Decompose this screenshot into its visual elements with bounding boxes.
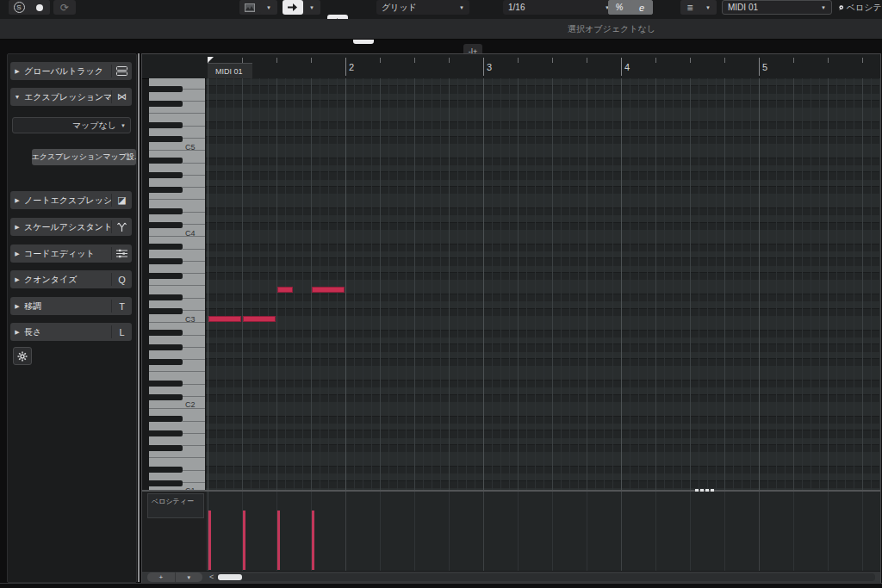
e-panel-icon: e bbox=[639, 3, 644, 13]
lane-select-button[interactable]: ▼ bbox=[176, 573, 203, 582]
velocity-gridline bbox=[552, 492, 553, 571]
piano-key-black[interactable] bbox=[149, 208, 183, 214]
midi-note[interactable] bbox=[312, 287, 345, 293]
piano-key-black[interactable] bbox=[149, 344, 183, 350]
part-select-value: MIDI 01 bbox=[728, 3, 758, 12]
piano-key-black[interactable] bbox=[149, 294, 183, 300]
white-key-separator bbox=[183, 433, 205, 434]
sidebar-section-4[interactable]: ▶スケールアシスタント bbox=[10, 218, 132, 236]
sixteenth-gridline bbox=[259, 78, 260, 490]
diag-icon: ◪ bbox=[111, 194, 132, 207]
piano-key-black[interactable] bbox=[149, 467, 183, 473]
piano-key-black[interactable] bbox=[149, 359, 183, 365]
white-key-separator bbox=[183, 261, 205, 262]
piano-key-black[interactable] bbox=[149, 308, 183, 314]
beat-gridline bbox=[587, 78, 587, 490]
velocity-bar[interactable] bbox=[312, 511, 314, 570]
scroll-left-arrow[interactable]: < bbox=[209, 573, 214, 581]
beat-tick bbox=[552, 58, 553, 63]
sidebar-section-7[interactable]: ▶移調T bbox=[10, 297, 132, 315]
piano-key-black[interactable] bbox=[149, 430, 183, 436]
velocity-gridline bbox=[483, 492, 484, 571]
panel-splitter[interactable] bbox=[138, 53, 140, 582]
midi-note[interactable] bbox=[277, 287, 294, 293]
toolbar: S ⟳ ▼ bbox=[0, 0, 882, 20]
part-name-tab[interactable]: MIDI 01 bbox=[208, 63, 252, 78]
velocity-lane[interactable] bbox=[206, 492, 880, 571]
color-by-label: ベロシティ bbox=[847, 2, 882, 14]
record-button[interactable] bbox=[29, 0, 50, 15]
piano-key-black[interactable] bbox=[149, 122, 183, 128]
autoscroll-button[interactable] bbox=[283, 0, 303, 15]
piano-key-black[interactable] bbox=[149, 222, 183, 228]
sidebar-section-label: コードエディット bbox=[24, 248, 111, 260]
sidebar-section-2[interactable]: ▼エクスプレッションマップ⋈ bbox=[10, 88, 132, 106]
beat-tick bbox=[655, 58, 656, 63]
quantize-preset-dropdown[interactable]: 1/16 ▼ bbox=[503, 0, 615, 15]
color-by-group[interactable]: ベロシティ bbox=[839, 0, 882, 15]
piano-key-black[interactable] bbox=[149, 172, 183, 178]
event-colors-caret-button[interactable]: ▼ bbox=[260, 0, 277, 15]
piano-keyboard[interactable]: C5C4C3C2C1 bbox=[149, 78, 205, 490]
piano-key-black[interactable] bbox=[149, 381, 183, 387]
chevron-right-icon: ▶ bbox=[10, 276, 24, 283]
sidebar-section-8[interactable]: ▶長さL bbox=[10, 323, 132, 341]
horizontal-scrollbar[interactable] bbox=[216, 573, 875, 581]
velocity-bar[interactable] bbox=[208, 511, 211, 570]
caret-down-icon: ▼ bbox=[121, 123, 126, 128]
piano-key-black[interactable] bbox=[149, 187, 183, 193]
sidebar-section-6[interactable]: ▶クオンタイズQ bbox=[10, 270, 132, 288]
white-key-separator bbox=[183, 445, 205, 446]
color-picture-button[interactable] bbox=[239, 0, 260, 15]
white-key-separator bbox=[183, 470, 205, 471]
piano-key-black[interactable] bbox=[149, 273, 183, 279]
velocity-gridline bbox=[862, 492, 863, 571]
piano-key-black[interactable] bbox=[149, 158, 183, 164]
part-select-dropdown[interactable]: MIDI 01 ▼ bbox=[722, 0, 832, 15]
sixteenth-gridline bbox=[716, 78, 717, 490]
sidebar-section-1[interactable]: ▶グローバルトラック bbox=[10, 62, 132, 80]
midi-note[interactable] bbox=[243, 316, 276, 322]
record-icon bbox=[36, 4, 43, 11]
piano-key-black[interactable] bbox=[149, 258, 183, 264]
white-key-separator bbox=[149, 199, 205, 200]
solo-button[interactable]: S bbox=[9, 0, 29, 15]
piano-key-black[interactable] bbox=[149, 480, 183, 486]
piano-key-black[interactable] bbox=[149, 136, 183, 142]
window-bottom-edge bbox=[0, 583, 882, 584]
bar-tick bbox=[621, 58, 622, 76]
velocity-bar[interactable] bbox=[277, 511, 280, 570]
white-key-separator bbox=[183, 163, 205, 164]
sidebar-section-3[interactable]: ▶ノートエクスプレッション◪ bbox=[10, 191, 132, 209]
scrollbar-thumb[interactable] bbox=[218, 574, 242, 580]
beat-gridline bbox=[655, 78, 656, 490]
quantize-panel-button[interactable]: e bbox=[630, 0, 653, 15]
midi-note[interactable] bbox=[208, 316, 242, 322]
piano-key-black[interactable] bbox=[149, 86, 183, 92]
piano-key-black[interactable] bbox=[149, 445, 183, 451]
velocity-lane-label[interactable]: ベロシティー bbox=[147, 493, 204, 518]
note-grid[interactable] bbox=[206, 78, 880, 490]
sidebar-section-5[interactable]: ▶コードエディット bbox=[10, 244, 132, 263]
lane-buttons: + ▼ bbox=[147, 573, 202, 582]
layers-button[interactable]: ≡ bbox=[680, 0, 699, 15]
part-list-group: ≡ ▼ bbox=[680, 0, 717, 15]
track-loop-button[interactable]: ⟳ bbox=[53, 0, 76, 15]
part-list-caret-button[interactable]: ▼ bbox=[699, 0, 717, 15]
autoscroll-caret-button[interactable]: ▼ bbox=[303, 0, 320, 15]
piano-key-black[interactable] bbox=[149, 330, 183, 336]
add-lane-button[interactable]: + bbox=[147, 573, 176, 582]
piano-key-black[interactable] bbox=[149, 416, 183, 422]
piano-key-black[interactable] bbox=[149, 394, 183, 400]
iterative-quantize-button[interactable]: % bbox=[608, 0, 630, 15]
expression-map-dropdown[interactable]: マップなし ▼ bbox=[12, 117, 131, 133]
piano-key-black[interactable] bbox=[149, 101, 183, 107]
inspector-settings-button[interactable] bbox=[13, 347, 32, 365]
piano-key-black[interactable] bbox=[149, 244, 183, 250]
sidebar-section-label: ノートエクスプレッション bbox=[24, 195, 111, 207]
grid-type-dropdown[interactable]: グリッド ▼ bbox=[376, 0, 469, 15]
expression-map-settings-button[interactable]: エクスプレッションマップ設. bbox=[32, 149, 136, 165]
white-key-separator bbox=[149, 236, 205, 237]
timeline-ruler[interactable]: 2345 MIDI 01 bbox=[142, 54, 880, 79]
velocity-bar[interactable] bbox=[243, 511, 245, 570]
